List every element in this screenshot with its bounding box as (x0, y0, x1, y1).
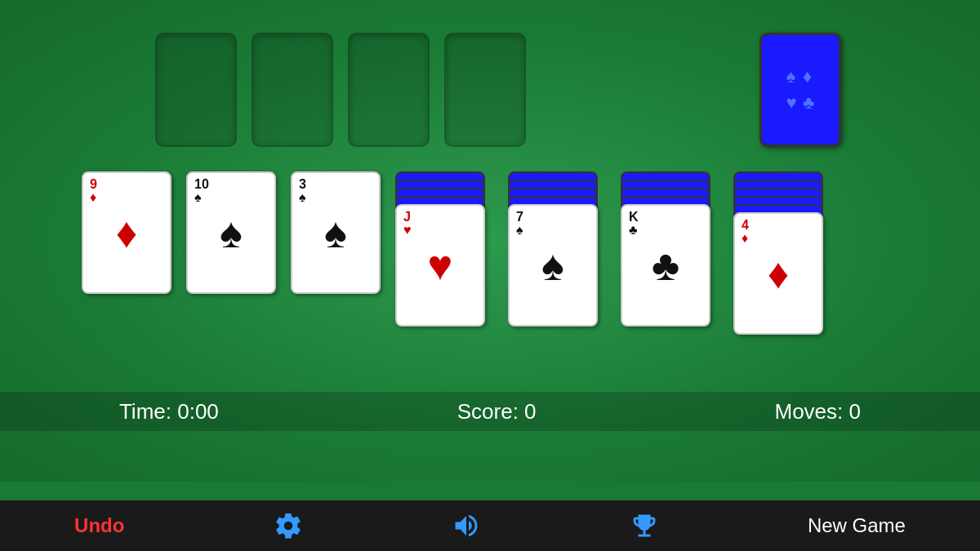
deck-club-icon: ♣ (803, 92, 814, 113)
card-3-spades[interactable]: 3♠ ♠ (291, 171, 381, 294)
card-7-spades[interactable]: 7♠ ♠ (508, 204, 598, 327)
time-display: Time: 0:00 (119, 399, 219, 424)
sound-button[interactable] (435, 504, 497, 547)
foundation-slot-1[interactable] (155, 33, 237, 147)
card-9-diamonds[interactable]: 9♦ ♦ (82, 171, 172, 294)
deck-diamond-icon: ♦ (803, 66, 814, 87)
moves-display: Moves: 0 (775, 399, 862, 424)
deck-heart-icon: ♥ (786, 92, 798, 113)
trophy-button[interactable] (613, 504, 675, 547)
tableau-col-2: 10♠ ♠ (186, 171, 276, 335)
sound-icon (452, 511, 481, 540)
foundation-slot-2[interactable] (252, 33, 333, 147)
foundation-slot-3[interactable] (348, 33, 430, 147)
card-k-clubs[interactable]: K♣ ♣ (621, 204, 710, 327)
tableau-col-4: J♥ ♥ (395, 171, 493, 335)
tableau-col-1: 9♦ ♦ (82, 171, 172, 335)
tableau-col-6: K♣ ♣ (621, 171, 719, 335)
undo-button[interactable]: Undo (58, 508, 140, 544)
foundation-slot-4[interactable] (444, 33, 526, 147)
trophy-icon (630, 511, 659, 540)
tableau-area: 9♦ ♦ 10♠ ♠ 3♠ ♠ J♥ ♥ (82, 171, 831, 335)
score-display: Score: 0 (457, 399, 537, 424)
deck-card[interactable]: ♠ ♦ ♥ ♣ (760, 33, 841, 147)
game-area: ♠ ♦ ♥ ♣ 9♦ ♦ 10♠ ♠ 3♠ ♠ (0, 0, 980, 482)
card-10-spades[interactable]: 10♠ ♠ (186, 171, 276, 294)
card-j-hearts[interactable]: J♥ ♥ (395, 204, 485, 327)
card-4-diamonds[interactable]: 4♦ ♦ (733, 212, 823, 335)
foundation-area (155, 33, 526, 147)
status-bar: Time: 0:00 Score: 0 Moves: 0 (0, 392, 980, 431)
settings-button[interactable] (257, 504, 319, 547)
tableau-col-3: 3♠ ♠ (291, 171, 381, 335)
new-game-button[interactable]: New Game (791, 508, 922, 544)
new-game-label: New Game (808, 514, 906, 537)
tableau-col-7: 4♦ ♦ (733, 171, 831, 335)
deck-spade-icon: ♠ (786, 66, 798, 87)
gear-icon (274, 511, 303, 540)
tableau-col-5: 7♠ ♠ (508, 171, 606, 335)
toolbar: Undo New Game (0, 500, 980, 551)
undo-label: Undo (74, 514, 124, 537)
